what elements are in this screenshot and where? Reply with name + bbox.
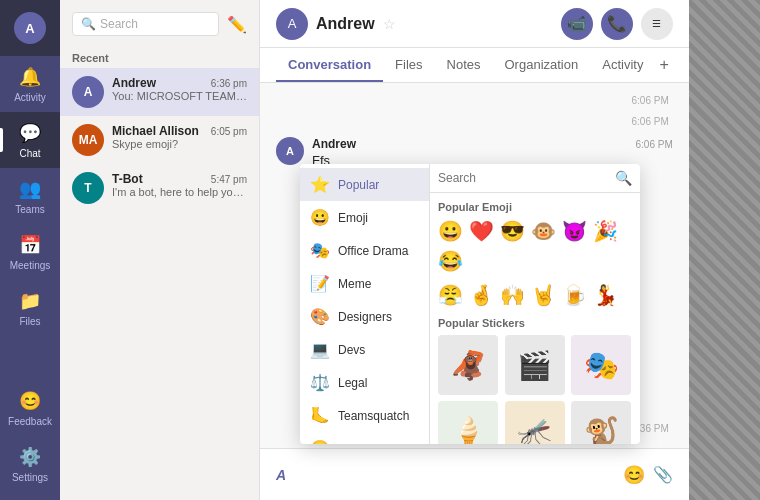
- add-tab-button[interactable]: +: [655, 48, 672, 82]
- format-text-button[interactable]: A: [276, 467, 286, 483]
- sidebar-label-teams: Teams: [15, 204, 44, 215]
- chat-item-michael[interactable]: MA Michael Allison 6:05 pm Skype emoji?: [60, 116, 259, 164]
- sidebar-label-files: Files: [19, 316, 40, 327]
- emoji-icon: 😀: [310, 208, 330, 227]
- emoji-3[interactable]: 😎: [500, 219, 525, 243]
- tab-organization[interactable]: Organization: [493, 49, 591, 82]
- right-background: [689, 0, 760, 500]
- sticker-main: 🔍 Popular Emoji 😀 ❤️ 😎 🐵 😈 🎉 😂 😤 🤞 🙌: [430, 164, 640, 444]
- popular-icon: ⭐: [310, 175, 330, 194]
- teamsquatch-icon: 🦶: [310, 406, 330, 425]
- header-actions: 📹 📞 ☰: [561, 8, 673, 40]
- sidebar-item-activity[interactable]: 🔔 Activity: [0, 56, 60, 112]
- user-avatar: A: [14, 12, 46, 44]
- tab-conversation[interactable]: Conversation: [276, 49, 383, 82]
- sidebar-item-files[interactable]: 📁 Files: [0, 280, 60, 336]
- tab-files[interactable]: Files: [383, 49, 434, 82]
- chat-item-andrew[interactable]: A Andrew 6:36 pm You: MICROSOFT TEAMS IS…: [60, 68, 259, 116]
- bummer-bert-label: Bummer Bert: [338, 442, 409, 445]
- chat-time-michael: 6:05 pm: [211, 126, 247, 137]
- chat-time-tbot: 5:47 pm: [211, 174, 247, 185]
- meme-label: Meme: [338, 277, 371, 291]
- sticker-cat-devs[interactable]: 💻 Devs: [300, 333, 429, 366]
- sticker-cat-teamsquatch[interactable]: 🦶 Teamsquatch: [300, 399, 429, 432]
- emoji-10[interactable]: 🙌: [500, 283, 525, 307]
- chat-item-tbot[interactable]: T T-Bot 5:47 pm I'm a bot, here to help …: [60, 164, 259, 212]
- more-options-button[interactable]: ☰: [641, 8, 673, 40]
- timestamp-2: 6:06 PM: [276, 116, 673, 127]
- emoji-6[interactable]: 🎉: [593, 219, 618, 243]
- meme-icon: 📝: [310, 274, 330, 293]
- sidebar: A 🔔 Activity 💬 Chat 👥 Teams 📅 Meetings 📁…: [0, 0, 60, 500]
- designers-label: Designers: [338, 310, 392, 324]
- emoji-1[interactable]: 😀: [438, 219, 463, 243]
- sticker-search-bar: 🔍: [430, 164, 640, 193]
- sticker-search-input[interactable]: [438, 171, 611, 185]
- popular-emoji-title: Popular Emoji: [438, 201, 632, 213]
- sticker-cat-designers[interactable]: 🎨 Designers: [300, 300, 429, 333]
- chat-preview-michael: Skype emoji?: [112, 138, 247, 150]
- sidebar-item-settings[interactable]: ⚙️ Settings: [0, 436, 60, 492]
- chat-info-tbot: T-Bot 5:47 pm I'm a bot, here to help yo…: [112, 172, 247, 198]
- emoji-7[interactable]: 😂: [438, 249, 463, 273]
- sticker-4[interactable]: 🍦: [438, 401, 498, 444]
- sticker-cat-office-drama[interactable]: 🎭 Office Drama: [300, 234, 429, 267]
- video-call-button[interactable]: 📹: [561, 8, 593, 40]
- msg-time-1: 6:06 PM: [635, 139, 672, 150]
- devs-icon: 💻: [310, 340, 330, 359]
- sidebar-label-activity: Activity: [14, 92, 46, 103]
- emoji-5[interactable]: 😈: [562, 219, 587, 243]
- emoji-4[interactable]: 🐵: [531, 219, 556, 243]
- emoji-9[interactable]: 🤞: [469, 283, 494, 307]
- main-title: Andrew: [316, 15, 375, 33]
- chat-name-michael: Michael Allison: [112, 124, 199, 138]
- popular-label: Popular: [338, 178, 379, 192]
- emoji-row: 😀 ❤️ 😎 🐵 😈 🎉 😂: [438, 219, 632, 273]
- sticker-6[interactable]: 🐒: [571, 401, 631, 444]
- sidebar-item-feedback[interactable]: 😊 Feedback: [0, 380, 60, 436]
- tab-notes[interactable]: Notes: [435, 49, 493, 82]
- timestamp-1: 6:06 PM: [276, 95, 673, 106]
- sticker-cat-emoji[interactable]: 😀 Emoji: [300, 201, 429, 234]
- bg-texture: [689, 0, 760, 500]
- sidebar-label-settings: Settings: [12, 472, 48, 483]
- sidebar-label-feedback: Feedback: [8, 416, 52, 427]
- favorite-star-icon[interactable]: ☆: [383, 16, 396, 32]
- compose-icon[interactable]: ✏️: [227, 15, 247, 34]
- teams-icon: 👥: [19, 178, 41, 200]
- emoji-13[interactable]: 💃: [593, 283, 618, 307]
- settings-icon: ⚙️: [19, 446, 41, 468]
- sticker-3[interactable]: 🎭: [571, 335, 631, 395]
- sticker-5[interactable]: 🦟: [505, 401, 565, 444]
- user-avatar-container[interactable]: A: [0, 0, 60, 56]
- search-box[interactable]: 🔍 Search: [72, 12, 219, 36]
- emoji-12[interactable]: 🍺: [562, 283, 587, 307]
- phone-call-button[interactable]: 📞: [601, 8, 633, 40]
- main-header: A Andrew ☆ 📹 📞 ☰: [260, 0, 689, 48]
- sticker-1[interactable]: 🦧: [438, 335, 498, 395]
- chat-avatar-michael: MA: [72, 124, 104, 156]
- sticker-2[interactable]: 🎬: [505, 335, 565, 395]
- tab-activity[interactable]: Activity: [590, 49, 655, 82]
- sticker-panel: ⭐ Popular 😀 Emoji 🎭 Office Drama 📝 Meme …: [300, 164, 640, 444]
- sticker-cat-bummer-bert[interactable]: 😞 Bummer Bert: [300, 432, 429, 444]
- popular-stickers-title: Popular Stickers: [438, 317, 632, 329]
- emoji-2[interactable]: ❤️: [469, 219, 494, 243]
- message-input[interactable]: [294, 467, 615, 482]
- sticker-category-sidebar: ⭐ Popular 😀 Emoji 🎭 Office Drama 📝 Meme …: [300, 164, 430, 444]
- sticker-cat-legal[interactable]: ⚖️ Legal: [300, 366, 429, 399]
- main-panel: A Andrew ☆ 📹 📞 ☰ Conversation Files Note…: [260, 0, 689, 500]
- main-user-avatar: A: [276, 8, 308, 40]
- sidebar-item-meetings[interactable]: 📅 Meetings: [0, 224, 60, 280]
- emoji-11[interactable]: 🤘: [531, 283, 556, 307]
- tabs: Conversation Files Notes Organization Ac…: [260, 48, 689, 83]
- emoji-8[interactable]: 😤: [438, 283, 463, 307]
- sticker-cat-meme[interactable]: 📝 Meme: [300, 267, 429, 300]
- emoji-button[interactable]: 😊: [623, 464, 645, 486]
- sidebar-item-teams[interactable]: 👥 Teams: [0, 168, 60, 224]
- sticker-cat-popular[interactable]: ⭐ Popular: [300, 168, 429, 201]
- chat-list: 🔍 Search ✏️ Recent A Andrew 6:36 pm You:…: [60, 0, 260, 500]
- attach-button[interactable]: 📎: [653, 465, 673, 484]
- sidebar-item-chat[interactable]: 💬 Chat: [0, 112, 60, 168]
- emoji-label: Emoji: [338, 211, 368, 225]
